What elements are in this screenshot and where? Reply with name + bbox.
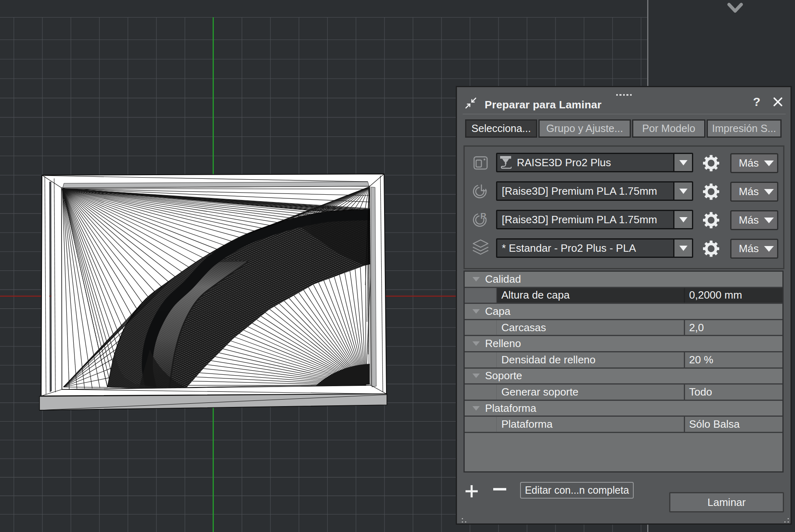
edit-full-config-button[interactable]: Editar con...n completa — [520, 482, 634, 499]
template-icon — [472, 239, 489, 258]
tab-grupo-y-ajuste-[interactable]: Grupo y Ajuste... — [538, 119, 631, 138]
section-collapse-arrow-icon[interactable] — [472, 374, 480, 378]
printer-icon — [472, 154, 489, 172]
close-icon[interactable] — [773, 97, 783, 107]
section-collapse-arrow-icon[interactable] — [472, 309, 480, 314]
setting-label: Altura de capa — [501, 289, 570, 301]
setting-row-generar-soporte[interactable]: Generar soporteTodo — [465, 385, 782, 401]
resize-grip-right[interactable] — [783, 518, 789, 523]
setting-value[interactable]: 2,0 — [689, 321, 704, 334]
slice-button[interactable]: Laminar — [669, 492, 784, 512]
row-gutter — [465, 288, 497, 303]
add-setting-button[interactable] — [465, 484, 479, 498]
dropdown-arrow-icon — [679, 160, 687, 165]
combobox-value: * Estandar - Pro2 Plus - PLA — [502, 242, 636, 255]
dropdown-arrow-icon — [679, 217, 687, 222]
column-divider — [684, 417, 685, 432]
combobox-0[interactable]: RAISE3D Pro2 Plus — [496, 153, 693, 172]
more-button-3[interactable]: Más — [730, 239, 778, 259]
setting-label: Carcasas — [501, 321, 546, 334]
help-button[interactable]: ? — [751, 96, 763, 108]
dropdown-arrow-icon — [764, 246, 774, 252]
setting-value[interactable]: Todo — [689, 386, 712, 398]
section-header-calidad[interactable]: Calidad — [465, 272, 782, 288]
more-button-1[interactable]: Más — [730, 182, 778, 202]
app-window: Preparar para Laminar ? Selecciona...Gru… — [0, 0, 795, 532]
tab-impresi-n-s-[interactable]: Impresión S... — [707, 119, 782, 138]
dropdown-arrow-icon — [679, 246, 687, 251]
resize-grip-left[interactable] — [461, 518, 468, 523]
device-row-0: RAISE3D Pro2 PlusMás — [457, 153, 793, 172]
combobox-value: RAISE3D Pro2 Plus — [517, 156, 611, 169]
gear-icon[interactable] — [703, 240, 719, 257]
gear-icon[interactable] — [703, 183, 719, 200]
printhead-icon — [500, 155, 514, 170]
combobox-dropdown-button[interactable] — [673, 211, 692, 228]
setting-row-densidad-de-relleno[interactable]: Densidad de relleno20 % — [465, 352, 782, 369]
tab-selecciona-[interactable]: Selecciona... — [465, 119, 537, 138]
combobox-dropdown-button[interactable] — [673, 154, 692, 171]
setting-row-plataforma[interactable]: PlataformaSólo Balsa — [465, 417, 782, 433]
svg-text:R: R — [481, 211, 487, 220]
row-gutter — [465, 320, 497, 335]
setting-label: Plataforma — [501, 418, 553, 431]
viewport-collapse-chevron-icon[interactable] — [726, 2, 744, 15]
row-gutter — [465, 417, 497, 432]
gear-icon[interactable] — [703, 155, 719, 171]
setting-value[interactable]: 0,2000 mm — [689, 289, 742, 301]
setting-label: Densidad de relleno — [501, 354, 595, 366]
setting-value[interactable]: Sólo Balsa — [689, 418, 740, 431]
column-divider — [684, 352, 685, 367]
dropdown-arrow-icon — [764, 218, 774, 223]
title-separator — [463, 114, 786, 114]
section-collapse-arrow-icon[interactable] — [472, 406, 480, 411]
combobox-value: [Raise3D] Premium PLA 1.75mm — [502, 213, 657, 226]
column-divider — [684, 288, 685, 303]
combobox-2[interactable]: [Raise3D] Premium PLA 1.75mm — [496, 210, 693, 229]
section-header-soporte[interactable]: Soporte — [465, 369, 782, 385]
tab-por-modelo[interactable]: Por Modelo — [632, 119, 705, 138]
dropdown-arrow-icon — [679, 189, 687, 194]
column-divider — [684, 320, 685, 335]
extruder-right-icon: R — [472, 211, 489, 229]
dialog-drag-handle[interactable] — [616, 94, 632, 96]
section-header-capa[interactable]: Capa — [465, 304, 782, 320]
section-header-plataforma[interactable]: Plataforma — [465, 401, 782, 417]
section-collapse-arrow-icon[interactable] — [472, 341, 480, 346]
more-button-0[interactable]: Más — [730, 153, 778, 173]
row-gutter — [465, 385, 497, 400]
dialog-title: Preparar para Laminar — [485, 99, 602, 111]
row-gutter — [465, 352, 497, 367]
dropdown-arrow-icon — [764, 160, 774, 166]
setting-label: Generar soporte — [501, 386, 578, 398]
collapse-dialog-icon[interactable] — [464, 97, 477, 110]
dropdown-arrow-icon — [764, 189, 774, 195]
combobox-1[interactable]: [Raise3D] Premium PLA 1.75mm — [496, 181, 693, 201]
setting-value[interactable]: 20 % — [689, 354, 713, 366]
combobox-value: [Raise3D] Premium PLA 1.75mm — [502, 185, 657, 198]
setting-row-carcasas[interactable]: Carcasas2,0 — [465, 320, 782, 336]
section-label: Relleno — [485, 337, 521, 350]
gear-icon[interactable] — [703, 212, 719, 229]
section-label: Plataforma — [485, 402, 536, 415]
setting-row-altura-de-capa[interactable]: Altura de capa0,2000 mm — [465, 288, 782, 304]
more-button-label: Más — [739, 185, 759, 198]
section-header-relleno[interactable]: Relleno — [465, 336, 782, 352]
device-row-1: [Raise3D] Premium PLA 1.75mmMás — [457, 181, 793, 201]
combobox-3[interactable]: * Estandar - Pro2 Plus - PLA — [496, 238, 693, 258]
section-label: Capa — [485, 305, 510, 318]
column-divider — [684, 385, 685, 400]
model-preview[interactable] — [40, 174, 387, 410]
dialog-tabs: Selecciona...Grupo y Ajuste...Por Modelo… — [465, 119, 782, 138]
combobox-dropdown-button[interactable] — [673, 182, 692, 200]
settings-table: CalidadAltura de capa0,2000 mmCapaCarcas… — [463, 270, 784, 473]
section-collapse-arrow-icon[interactable] — [472, 277, 480, 281]
more-button-label: Más — [739, 242, 759, 255]
device-row-2: R[Raise3D] Premium PLA 1.75mmMás — [457, 210, 793, 229]
more-button-2[interactable]: Más — [730, 210, 778, 230]
prepare-to-slice-dialog: Preparar para Laminar ? Selecciona...Gru… — [456, 86, 792, 525]
combobox-dropdown-button[interactable] — [673, 240, 692, 257]
section-label: Calidad — [485, 273, 521, 286]
more-button-label: Más — [739, 157, 759, 169]
remove-setting-button[interactable] — [493, 488, 506, 490]
